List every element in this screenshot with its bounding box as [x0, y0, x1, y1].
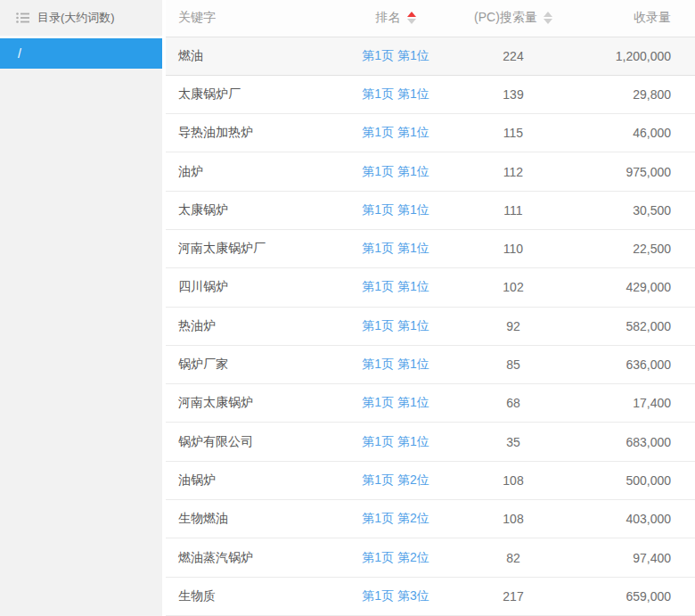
- included-cell: 46,000: [576, 114, 695, 152]
- included-cell: 97,400: [576, 538, 695, 577]
- sidebar-header: 目录(大约词数): [0, 0, 162, 36]
- search-volume-cell: 92: [451, 307, 576, 345]
- sidebar-item-root[interactable]: /: [0, 38, 162, 69]
- search-volume-cell: 110: [451, 229, 576, 267]
- search-volume-cell: 68: [451, 384, 576, 423]
- rank-link[interactable]: 第1页 第1位: [362, 164, 429, 178]
- rank-link[interactable]: 第1页 第3位: [362, 588, 429, 603]
- table-row: 河南太康锅炉 第1页 第1位 68 17,400: [166, 384, 695, 423]
- keyword-cell: 燃油蒸汽锅炉: [166, 538, 340, 577]
- included-cell: 29,800: [576, 75, 695, 113]
- search-volume-cell: 35: [451, 423, 576, 461]
- rank-cell: 第1页 第1位: [340, 268, 451, 307]
- rank-cell: 第1页 第1位: [340, 152, 451, 191]
- sort-asc-icon: [407, 12, 416, 17]
- included-cell: 659,000: [576, 577, 695, 615]
- search-volume-cell: 85: [451, 345, 576, 383]
- rank-link[interactable]: 第1页 第2位: [362, 472, 429, 487]
- keyword-cell: 热油炉: [166, 307, 340, 345]
- rank-cell: 第1页 第1位: [340, 345, 451, 383]
- keyword-cell: 燃油: [166, 37, 340, 75]
- table-row: 热油炉 第1页 第1位 92 582,000: [166, 307, 695, 345]
- included-cell: 1,200,000: [576, 37, 695, 75]
- keyword-cell: 生物质: [166, 577, 340, 615]
- rank-cell: 第1页 第2位: [340, 538, 451, 577]
- table-row: 生物燃油 第1页 第2位 108 403,000: [166, 500, 695, 538]
- rank-cell: 第1页 第1位: [340, 114, 451, 152]
- included-cell: 975,000: [576, 152, 695, 191]
- rank-cell: 第1页 第1位: [340, 229, 451, 267]
- sort-desc-icon: [544, 19, 552, 24]
- rank-cell: 第1页 第3位: [340, 577, 451, 615]
- rank-link[interactable]: 第1页 第1位: [362, 202, 429, 217]
- list-icon: [16, 12, 29, 23]
- keyword-table-panel: 关键字 排名 (PC)搜索量: [166, 0, 695, 616]
- rank-link[interactable]: 第1页 第1位: [362, 86, 429, 101]
- search-volume-cell: 108: [451, 461, 576, 499]
- rank-link[interactable]: 第1页 第1位: [362, 125, 429, 139]
- rank-cell: 第1页 第2位: [340, 500, 451, 538]
- rank-link[interactable]: 第1页 第1位: [362, 395, 429, 409]
- included-cell: 683,000: [576, 423, 695, 461]
- included-cell: 17,400: [576, 384, 695, 423]
- search-volume-cell: 108: [451, 500, 576, 538]
- rank-link[interactable]: 第1页 第1位: [362, 48, 429, 62]
- rank-link[interactable]: 第1页 第1位: [362, 279, 429, 293]
- rank-cell: 第1页 第1位: [340, 75, 451, 113]
- search-volume-cell: 102: [451, 268, 576, 307]
- keyword-table: 关键字 排名 (PC)搜索量: [166, 0, 695, 616]
- rank-cell: 第1页 第1位: [340, 191, 451, 229]
- keyword-cell: 导热油加热炉: [166, 114, 340, 152]
- sidebar-title: 目录(大约词数): [37, 10, 115, 26]
- rank-link[interactable]: 第1页 第1位: [362, 357, 429, 371]
- sort-desc-icon: [407, 19, 416, 24]
- rank-cell: 第1页 第1位: [340, 37, 451, 75]
- sort-asc-icon: [544, 12, 552, 17]
- search-volume-cell: 139: [451, 75, 576, 113]
- table-row: 太康锅炉 第1页 第1位 111 30,500: [166, 191, 695, 229]
- keyword-cell: 四川锅炉: [166, 268, 340, 307]
- included-cell: 636,000: [576, 345, 695, 383]
- table-row: 锅炉有限公司 第1页 第1位 35 683,000: [166, 423, 695, 461]
- rank-cell: 第1页 第1位: [340, 307, 451, 345]
- included-cell: 30,500: [576, 191, 695, 229]
- included-cell: 429,000: [576, 268, 695, 307]
- rank-link[interactable]: 第1页 第1位: [362, 241, 429, 255]
- keyword-cell: 太康锅炉: [166, 191, 340, 229]
- rank-cell: 第1页 第1位: [340, 423, 451, 461]
- table-row: 燃油 第1页 第1位 224 1,200,000: [166, 37, 695, 75]
- sidebar: 目录(大约词数) /: [0, 0, 162, 616]
- keyword-cell: 生物燃油: [166, 500, 340, 538]
- sidebar-empty-area: [0, 69, 162, 616]
- search-volume-cell: 217: [451, 577, 576, 615]
- search-volume-cell: 115: [451, 114, 576, 152]
- table-row: 油锅炉 第1页 第2位 108 500,000: [166, 461, 695, 499]
- rank-cell: 第1页 第1位: [340, 384, 451, 423]
- keyword-cell: 太康锅炉厂: [166, 75, 340, 113]
- column-header-keyword: 关键字: [166, 0, 340, 37]
- rank-link[interactable]: 第1页 第1位: [362, 434, 429, 448]
- table-row: 四川锅炉 第1页 第1位 102 429,000: [166, 268, 695, 307]
- sort-carets-rank[interactable]: [407, 12, 416, 24]
- search-volume-cell: 224: [451, 37, 576, 75]
- keyword-cell: 油锅炉: [166, 461, 340, 499]
- keyword-cell: 锅炉厂家: [166, 345, 340, 383]
- table-row: 生物质 第1页 第3位 217 659,000: [166, 577, 695, 615]
- column-header-rank[interactable]: 排名: [340, 0, 451, 37]
- sort-carets-search-volume[interactable]: [544, 12, 552, 24]
- column-header-included: 收录量: [576, 0, 695, 37]
- rank-link[interactable]: 第1页 第1位: [362, 318, 429, 333]
- rank-link[interactable]: 第1页 第2位: [362, 550, 429, 564]
- table-row: 锅炉厂家 第1页 第1位 85 636,000: [166, 345, 695, 383]
- keyword-cell: 锅炉有限公司: [166, 423, 340, 461]
- search-volume-cell: 82: [451, 538, 576, 577]
- keyword-cell: 河南太康锅炉: [166, 384, 340, 423]
- table-row: 导热油加热炉 第1页 第1位 115 46,000: [166, 114, 695, 152]
- rank-link[interactable]: 第1页 第2位: [362, 511, 429, 525]
- search-volume-cell: 112: [451, 152, 576, 191]
- app-container: 目录(大约词数) / 关键字 排名: [0, 0, 695, 616]
- table-header-row: 关键字 排名 (PC)搜索量: [166, 0, 695, 37]
- keyword-cell: 河南太康锅炉厂: [166, 229, 340, 267]
- column-header-search-volume[interactable]: (PC)搜索量: [451, 0, 576, 37]
- included-cell: 22,500: [576, 229, 695, 267]
